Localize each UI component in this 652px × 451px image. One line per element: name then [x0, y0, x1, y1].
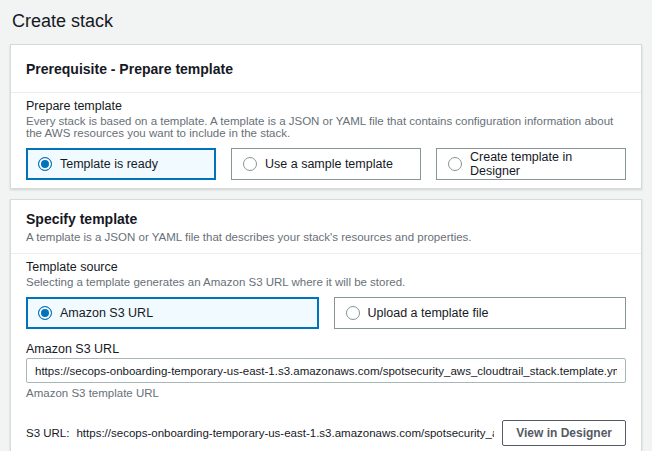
amazon-s3-url-hint: Amazon S3 template URL [26, 387, 626, 399]
s3-url-summary-row: S3 URL: https://secops-onboarding-tempor… [26, 420, 626, 446]
prerequisite-card-body: Prepare template Every stack is based on… [11, 93, 641, 188]
amazon-s3-url-input[interactable] [26, 358, 626, 383]
radio-unselected-icon [243, 157, 257, 171]
radio-tile-template-is-ready[interactable]: Template is ready [26, 148, 216, 180]
radio-tile-label: Amazon S3 URL [60, 306, 153, 320]
specify-template-card-title: Specify template [26, 211, 626, 227]
view-in-designer-button[interactable]: View in Designer [502, 420, 626, 446]
specify-template-card-body: Template source Selecting a template gen… [11, 254, 641, 451]
template-source-label: Template source [26, 260, 626, 274]
radio-tile-label: Create template in Designer [470, 150, 614, 178]
specify-template-card: Specify template A template is a JSON or… [10, 199, 642, 451]
radio-tile-upload-template-file[interactable]: Upload a template file [334, 297, 627, 329]
amazon-s3-url-label: Amazon S3 URL [26, 342, 626, 356]
specify-template-card-description: A template is a JSON or YAML file that d… [26, 231, 626, 243]
radio-tile-amazon-s3-url[interactable]: Amazon S3 URL [26, 297, 319, 329]
prerequisite-card-title: Prerequisite - Prepare template [26, 61, 626, 77]
radio-tile-use-sample-template[interactable]: Use a sample template [231, 148, 421, 180]
create-stack-page: Create stack Prerequisite - Prepare temp… [0, 0, 652, 451]
radio-unselected-icon [448, 157, 462, 171]
template-source-radio-group: Amazon S3 URL Upload a template file [26, 297, 626, 329]
radio-tile-create-template-in-designer[interactable]: Create template in Designer [436, 148, 626, 180]
radio-selected-icon [38, 306, 52, 320]
s3-url-summary-value: https://secops-onboarding-temporary-us-e… [76, 427, 494, 439]
radio-unselected-icon [346, 306, 360, 320]
specify-template-card-header: Specify template A template is a JSON or… [11, 200, 641, 254]
prepare-template-label: Prepare template [26, 99, 626, 113]
radio-tile-label: Upload a template file [368, 306, 489, 320]
s3-url-summary-label: S3 URL: [26, 427, 69, 439]
template-source-description: Selecting a template generates an Amazon… [26, 276, 626, 288]
radio-tile-label: Use a sample template [265, 157, 393, 171]
radio-selected-icon [38, 157, 52, 171]
prepare-template-description: Every stack is based on a template. A te… [26, 115, 626, 139]
radio-tile-label: Template is ready [60, 157, 158, 171]
page-title: Create stack [12, 11, 642, 32]
prepare-template-radio-group: Template is ready Use a sample template … [26, 148, 626, 180]
prerequisite-card: Prerequisite - Prepare template Prepare … [10, 44, 642, 189]
prerequisite-card-header: Prerequisite - Prepare template [11, 45, 641, 93]
